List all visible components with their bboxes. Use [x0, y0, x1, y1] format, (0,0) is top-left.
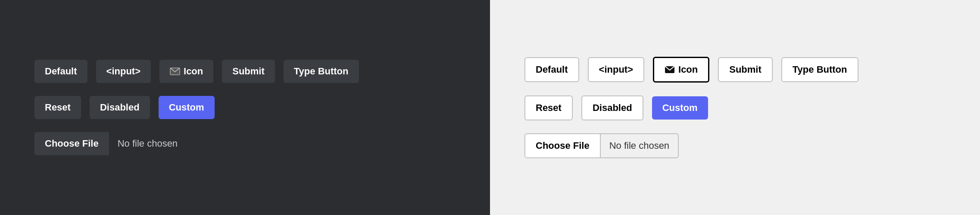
- light-input-button[interactable]: <input>: [588, 57, 644, 82]
- light-row2: Reset Disabled Custom: [524, 95, 708, 120]
- mail-icon-light: [665, 66, 675, 74]
- dark-submit-button[interactable]: Submit: [222, 60, 275, 83]
- dark-type-button[interactable]: Type Button: [284, 60, 359, 83]
- dark-default-button[interactable]: Default: [34, 60, 87, 83]
- light-disabled-button[interactable]: Disabled: [581, 95, 643, 120]
- dark-icon-button[interactable]: Icon: [159, 60, 213, 83]
- dark-input-button[interactable]: <input>: [96, 60, 151, 83]
- dark-choose-file-button[interactable]: Choose File: [34, 132, 109, 155]
- light-icon-button[interactable]: Icon: [653, 57, 709, 83]
- light-default-button[interactable]: Default: [524, 57, 579, 82]
- light-no-file-label: No file chosen: [601, 133, 679, 158]
- dark-file-input: Choose File No file chosen: [34, 132, 186, 155]
- dark-row2: Reset Disabled Custom: [34, 96, 215, 119]
- mail-icon: [170, 68, 180, 75]
- light-panel: Default <input> Icon Submit Type Button …: [490, 0, 980, 215]
- dark-custom-button[interactable]: Custom: [159, 96, 215, 119]
- dark-panel: Default <input> Icon Submit Type Button …: [0, 0, 490, 215]
- dark-disabled-button[interactable]: Disabled: [90, 96, 150, 119]
- light-row1: Default <input> Icon Submit Type Button: [524, 57, 858, 83]
- light-type-button[interactable]: Type Button: [781, 57, 858, 82]
- dark-row1: Default <input> Icon Submit Type Button: [34, 60, 359, 83]
- light-reset-button[interactable]: Reset: [524, 95, 573, 120]
- light-custom-button[interactable]: Custom: [652, 96, 708, 120]
- dark-no-file-label: No file chosen: [109, 132, 186, 155]
- light-choose-file-button[interactable]: Choose File: [524, 133, 601, 158]
- dark-reset-button[interactable]: Reset: [34, 96, 81, 119]
- light-submit-button[interactable]: Submit: [718, 57, 773, 82]
- light-file-input: Choose File No file chosen: [524, 133, 679, 158]
